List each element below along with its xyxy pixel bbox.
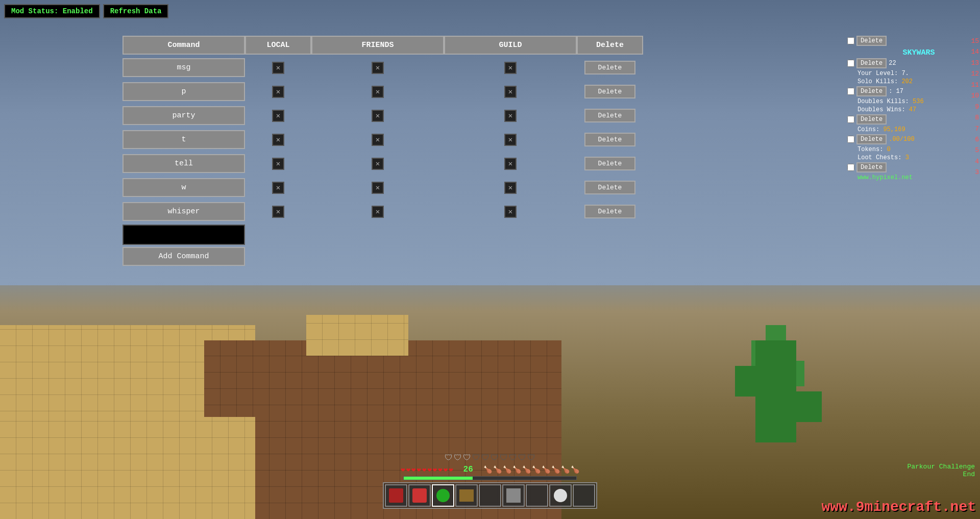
health-hunger-row: ❤ ❤ ❤ ❤ ❤ ❤ ❤ ❤ ❤ ❤ 26 🍗 🍗 🍗 🍗 🍗 🍗: [401, 465, 579, 474]
command-rows-container: msg Delete p D: [122, 57, 582, 223]
guild-header: GUILD: [444, 36, 577, 55]
guild-checkbox-whisper: [444, 202, 577, 222]
local-checkbox-tell: [245, 154, 311, 174]
hunger-bar: 🍗 🍗 🍗 🍗 🍗 🍗 🍗 🍗 🍗 🍗: [483, 465, 579, 474]
guild-checkbox-tell: [444, 154, 577, 174]
local-check-whisper[interactable]: [272, 206, 284, 218]
item-8: [554, 489, 567, 502]
guild-check-tell[interactable]: [504, 158, 517, 170]
guild-check-msg[interactable]: [504, 62, 517, 74]
rp-row-delete4: Delete: [847, 114, 980, 125]
delete-btn-p[interactable]: Delete: [584, 85, 635, 98]
local-check-tell[interactable]: [272, 158, 284, 170]
guild-check-w[interactable]: [504, 182, 517, 194]
rp-row-delete1: Delete: [847, 36, 980, 46]
heart-9: ❤: [444, 465, 448, 474]
delete-btn-tell[interactable]: Delete: [584, 157, 635, 170]
heart-2: ❤: [406, 465, 410, 474]
armor-icon-4: 🛡: [472, 453, 480, 463]
food-1: 🍗: [483, 465, 492, 474]
local-check-msg[interactable]: [272, 62, 284, 74]
rp-delete-3[interactable]: Delete: [856, 86, 887, 96]
delete-btn-t[interactable]: Delete: [584, 133, 635, 146]
local-header: LOCAL: [245, 36, 311, 55]
rp-level: Your Level: 7.: [847, 70, 980, 77]
edge-num-5: 5: [975, 145, 979, 156]
food-5: 🍗: [522, 465, 531, 474]
armor-icon-9: 🛡: [518, 453, 526, 463]
rp-delete-4[interactable]: Delete: [856, 114, 887, 125]
command-input[interactable]: [122, 225, 245, 245]
edge-num-13: 13: [971, 58, 979, 68]
friends-check-t[interactable]: [372, 134, 384, 146]
rp-loot-chests: Loot Chests: 3: [847, 154, 980, 161]
command-row-whisper: whisper Delete: [122, 201, 582, 223]
parkour-challenge-text: Parkour Challenge End: [907, 463, 975, 478]
friends-checkbox-msg: [311, 58, 444, 78]
rp-cb-5[interactable]: [847, 136, 854, 143]
rp-tokens: Tokens: 0: [847, 146, 980, 153]
delete-btn-whisper[interactable]: Delete: [584, 205, 635, 218]
local-check-t[interactable]: [272, 134, 284, 146]
rp-cb-4[interactable]: [847, 116, 854, 123]
edge-num-6: 6: [975, 134, 979, 145]
command-panel: Command LOCAL FRIENDS GUILD Delete msg D…: [122, 36, 582, 266]
friends-check-p[interactable]: [372, 86, 384, 98]
friends-check-tell[interactable]: [372, 158, 384, 170]
friends-check-w[interactable]: [372, 182, 384, 194]
rp-row-delete3: Delete: 17: [847, 86, 980, 96]
delete-cell-msg: Delete: [577, 57, 643, 79]
rp-coins: Coins: 95,169: [847, 126, 980, 133]
rp-delete-6[interactable]: Delete: [856, 162, 887, 172]
friends-checkbox-tell: [311, 154, 444, 174]
delete-btn-msg[interactable]: Delete: [584, 61, 635, 75]
local-check-p[interactable]: [272, 86, 284, 98]
guild-check-whisper[interactable]: [504, 206, 517, 218]
local-checkbox-t: [245, 130, 311, 150]
hotbar-slot-3: [432, 484, 454, 507]
guild-check-p[interactable]: [504, 86, 517, 98]
heart-8: ❤: [438, 465, 442, 474]
local-check-party[interactable]: [272, 110, 284, 122]
friends-check-msg[interactable]: [372, 62, 384, 74]
friends-check-party[interactable]: [372, 110, 384, 122]
item-4: [459, 489, 474, 502]
mod-status-button[interactable]: Mod Status: Enabled: [4, 4, 100, 18]
add-command-button[interactable]: Add Command: [122, 247, 245, 266]
command-row-p: p Delete: [122, 81, 582, 103]
edge-numbers: 1514131211109876543: [971, 36, 980, 178]
armor-icon-6: 🛡: [491, 453, 499, 463]
command-row-t: t Delete: [122, 129, 582, 151]
rp-solo-kills: Solo Kills: 202: [847, 78, 980, 85]
rp-delete-5[interactable]: Delete: [856, 134, 887, 144]
rp-delete-1[interactable]: Delete: [856, 36, 887, 46]
local-check-w[interactable]: [272, 182, 284, 194]
top-bar: Mod Status: Enabled Refresh Data: [4, 4, 168, 18]
delete-btn-w[interactable]: Delete: [584, 181, 635, 194]
rp-cb-2[interactable]: [847, 60, 854, 67]
local-checkbox-whisper: [245, 202, 311, 222]
friends-check-whisper[interactable]: [372, 206, 384, 218]
armor-icon-3: 🛡: [463, 453, 471, 463]
health-bar: ❤ ❤ ❤ ❤ ❤ ❤ ❤ ❤ ❤ ❤: [401, 465, 453, 474]
rp-cb-3[interactable]: [847, 88, 854, 95]
player-level: 26: [463, 465, 473, 474]
rp-cb-6[interactable]: [847, 164, 854, 171]
rp-delete-2[interactable]: Delete: [856, 58, 887, 68]
delete-cell-t: Delete: [577, 129, 643, 151]
friends-checkbox-p: [311, 82, 444, 102]
cmd-name-msg: msg: [122, 58, 245, 77]
item-6: [506, 488, 521, 503]
cmd-name-p: p: [122, 82, 245, 101]
armor-icon-1: 🛡: [445, 453, 453, 463]
refresh-button[interactable]: Refresh Data: [103, 4, 169, 18]
guild-checkbox-t: [444, 130, 577, 150]
friends-checkbox-whisper: [311, 202, 444, 222]
friends-checkbox-w: [311, 178, 444, 198]
delete-btn-party[interactable]: Delete: [584, 109, 635, 122]
edge-num-11: 11: [971, 80, 979, 90]
guild-check-party[interactable]: [504, 110, 517, 122]
rp-cb-1[interactable]: [847, 37, 854, 44]
guild-check-t[interactable]: [504, 134, 517, 146]
delete-cell-w: Delete: [577, 177, 643, 199]
